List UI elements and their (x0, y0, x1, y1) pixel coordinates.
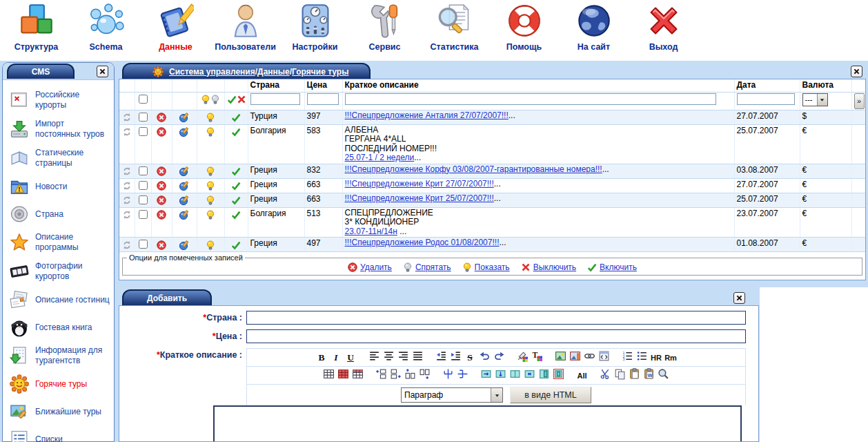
insert-table-button[interactable] (323, 369, 335, 382)
align-center-button[interactable] (382, 352, 395, 364)
split-cell-vertical-button[interactable] (442, 369, 455, 382)
option-action-cross-red[interactable]: Выключить (521, 262, 576, 272)
sidebar-item-hot-tours-sun[interactable]: Горячие туры (8, 370, 112, 398)
refresh-button[interactable] (122, 166, 132, 176)
find-replace-button[interactable] (658, 369, 670, 382)
option-action-link[interactable]: Включить (600, 262, 637, 272)
toolbar-item-schema-bubbles[interactable]: Schema (71, 3, 141, 61)
currency-filter-select[interactable]: --- (802, 93, 828, 106)
select-all-button[interactable]: All (576, 369, 589, 382)
breadcrumb-link[interactable]: Горячие туры (292, 67, 348, 77)
option-action-link[interactable]: Спрятать (415, 262, 451, 272)
remove-format-button[interactable]: Rm (664, 352, 677, 364)
insert-flash-button[interactable] (569, 352, 581, 364)
more-columns-button[interactable]: » (854, 93, 865, 109)
toolbar-item-structure-cubes[interactable]: Структура (1, 3, 71, 61)
tour-description-link[interactable]: !!!Спецпредложение Крит 25/07/2007!!! (345, 193, 494, 203)
refresh-button[interactable] (122, 181, 132, 191)
delete-row-button[interactable] (157, 195, 166, 205)
toolbar-item-stats-magnifier[interactable]: Статистика (420, 3, 489, 61)
toolbar-item-settings-panel[interactable]: Настройки (280, 3, 350, 61)
enabled-filter-button[interactable] (227, 95, 237, 104)
filter-checkbox[interactable] (139, 95, 148, 104)
align-left-button[interactable] (368, 352, 380, 364)
option-action-delete-circle[interactable]: Удалить (348, 262, 392, 272)
enabled-button[interactable] (231, 127, 241, 137)
date-filter-input[interactable] (737, 93, 795, 105)
price-field[interactable] (246, 329, 746, 343)
refresh-button[interactable] (122, 195, 132, 205)
redo-button[interactable] (493, 352, 505, 364)
refresh-button[interactable] (122, 210, 132, 220)
align-justify-button[interactable] (411, 352, 424, 364)
ordered-list-button[interactable]: 123 (621, 352, 633, 364)
toolbar-item-exit-cross[interactable]: Выход (629, 3, 698, 61)
table-properties-button[interactable] (352, 369, 364, 382)
toolbar-item-site-globe[interactable]: На сайт (559, 3, 629, 61)
outdent-button[interactable] (435, 352, 447, 364)
align-right-button[interactable] (397, 352, 409, 364)
insert-link-button[interactable] (583, 352, 595, 364)
form-panel-close-button[interactable] (733, 292, 745, 304)
tour-description-link[interactable]: 25.07-1 / 2 недели (345, 153, 415, 162)
sidebar-close-button[interactable] (97, 66, 108, 77)
insert-cell-before-button[interactable] (480, 369, 493, 382)
strikethrough-button[interactable]: S (464, 352, 476, 364)
option-action-bulb-grey[interactable]: Спрятать (403, 262, 451, 272)
delete-row-button[interactable] (157, 113, 166, 122)
sidebar-item-static-pages-book[interactable]: Статические страницы (8, 144, 112, 173)
breadcrumb-link[interactable]: Система управления (169, 67, 255, 77)
edit-row-button[interactable] (179, 181, 189, 191)
edit-row-button[interactable] (179, 113, 189, 122)
visibility-button[interactable] (206, 166, 215, 176)
enabled-button[interactable] (231, 166, 241, 176)
insert-image-button[interactable] (554, 352, 566, 364)
edit-row-button[interactable] (179, 210, 189, 220)
enabled-button[interactable] (231, 181, 241, 191)
merge-cells-button[interactable] (524, 369, 536, 382)
row-checkbox[interactable] (139, 166, 148, 175)
delete-row-button[interactable] (157, 181, 166, 191)
table-panel-close-button[interactable] (851, 66, 862, 77)
delete-row-button[interactable] (157, 127, 166, 137)
enabled-button[interactable] (231, 210, 241, 220)
insert-column-before-button[interactable] (404, 369, 417, 382)
option-action-check-green[interactable]: Включить (587, 262, 637, 272)
tour-description-link[interactable]: !!!Спецпредложение Корфу 03/08/2007-гара… (345, 164, 602, 174)
copy-button[interactable] (614, 369, 627, 382)
enabled-button[interactable] (231, 240, 241, 249)
highlight-color-button[interactable] (516, 352, 529, 364)
editor-textarea[interactable] (213, 405, 742, 442)
option-action-link[interactable]: Показать (475, 262, 510, 272)
option-action-link[interactable]: Удалить (360, 262, 392, 272)
country-field[interactable] (246, 311, 746, 325)
indent-button[interactable] (449, 352, 462, 364)
merge-cell-right-button[interactable] (538, 369, 551, 382)
delete-table-button[interactable] (337, 369, 350, 382)
tour-description-link[interactable]: !!!Спецпредложение Крит 27/07/2007!!! (345, 179, 494, 189)
visibility-button[interactable] (206, 240, 215, 249)
tour-description-link[interactable]: 23.07-11н/14н (345, 227, 397, 236)
italic-button[interactable]: I (330, 352, 342, 364)
bold-button[interactable]: B (315, 352, 328, 364)
enabled-button[interactable] (231, 195, 241, 205)
insert-cell-after-button[interactable] (495, 369, 507, 382)
split-cell-horizontal-button[interactable] (457, 369, 469, 382)
sidebar-item-near-tours-photo[interactable]: Ближайшие туры (8, 398, 112, 425)
refresh-button[interactable] (122, 127, 132, 137)
country-filter-input[interactable] (250, 93, 300, 105)
edit-row-button[interactable] (179, 195, 189, 205)
description-filter-input[interactable] (345, 93, 717, 105)
sidebar-item-photos-film[interactable]: Фотографии курортов (8, 257, 112, 286)
insert-row-after-button[interactable] (390, 369, 402, 382)
cut-button[interactable] (600, 369, 612, 382)
sidebar-item-country-speaker[interactable]: Страна (8, 200, 112, 228)
sidebar-item-broken-image[interactable]: Российские курорты (8, 86, 112, 115)
paste-button[interactable] (629, 369, 641, 382)
option-action-link[interactable]: Выключить (533, 262, 576, 272)
tour-description-link[interactable]: !!!Спецпредложение Родос 01/08/2007!!! (345, 238, 500, 247)
breadcrumb-link[interactable]: Данные (257, 67, 290, 77)
edit-row-button[interactable] (179, 240, 189, 249)
visibility-button[interactable] (206, 210, 215, 220)
row-checkbox[interactable] (139, 240, 148, 249)
